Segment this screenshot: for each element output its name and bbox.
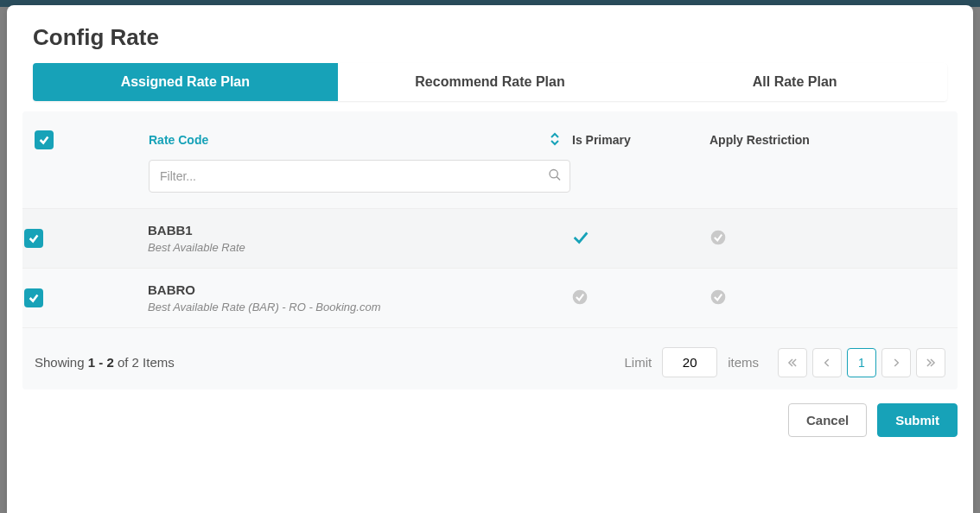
svg-line-1 xyxy=(557,177,560,180)
tab-all-rate-plan[interactable]: All Rate Plan xyxy=(642,63,947,101)
submit-button[interactable]: Submit xyxy=(877,403,958,437)
rate-table-panel: Rate Code Is Primary Apply Restriction xyxy=(22,111,958,390)
svg-point-2 xyxy=(711,230,726,244)
table-row: BABB1 Best Available Rate xyxy=(22,209,958,269)
pager: 1 xyxy=(778,348,945,377)
column-header-is-primary: Is Primary xyxy=(572,133,631,147)
is-primary-indicator[interactable] xyxy=(571,236,590,250)
pager-page-1[interactable]: 1 xyxy=(847,348,876,377)
showing-text: Showing 1 - 2 of 2 Items xyxy=(35,355,175,370)
select-all-checkbox[interactable] xyxy=(35,130,54,149)
svg-point-0 xyxy=(550,170,557,178)
apply-restriction-toggle[interactable] xyxy=(710,288,727,306)
table-row: BABRO Best Available Rate (BAR) - RO - B… xyxy=(22,269,958,328)
column-header-rate-code[interactable]: Rate Code xyxy=(149,133,208,147)
config-rate-modal: Config Rate Assigned Rate Plan Recommend… xyxy=(7,5,973,513)
pager-prev-button[interactable] xyxy=(812,348,842,377)
svg-point-3 xyxy=(573,289,588,304)
rate-desc: Best Available Rate xyxy=(148,241,571,254)
limit-label: Limit xyxy=(624,355,652,370)
rate-code: BABRO xyxy=(148,282,571,297)
rate-desc: Best Available Rate (BAR) - RO - Booking… xyxy=(148,301,571,314)
is-primary-indicator[interactable] xyxy=(571,288,589,306)
limit-input[interactable] xyxy=(662,347,717,377)
tab-recommend-rate-plan[interactable]: Recommend Rate Plan xyxy=(338,63,643,101)
pager-next-button[interactable] xyxy=(881,348,911,377)
row-checkbox[interactable] xyxy=(24,229,43,248)
rate-code: BABB1 xyxy=(148,223,571,238)
pager-last-button[interactable] xyxy=(916,348,945,377)
modal-title: Config Rate xyxy=(7,5,973,63)
tabs: Assigned Rate Plan Recommend Rate Plan A… xyxy=(33,63,947,101)
svg-point-4 xyxy=(711,289,726,304)
filter-input[interactable] xyxy=(149,160,570,193)
column-header-apply-restriction: Apply Restriction xyxy=(710,133,810,147)
sort-icon[interactable] xyxy=(550,132,560,149)
items-label: items xyxy=(728,355,759,370)
cancel-button[interactable]: Cancel xyxy=(788,403,867,437)
apply-restriction-toggle[interactable] xyxy=(710,229,727,246)
row-checkbox[interactable] xyxy=(24,288,43,307)
pager-first-button[interactable] xyxy=(778,348,807,377)
search-icon xyxy=(548,168,562,185)
tab-assigned-rate-plan[interactable]: Assigned Rate Plan xyxy=(33,63,338,101)
